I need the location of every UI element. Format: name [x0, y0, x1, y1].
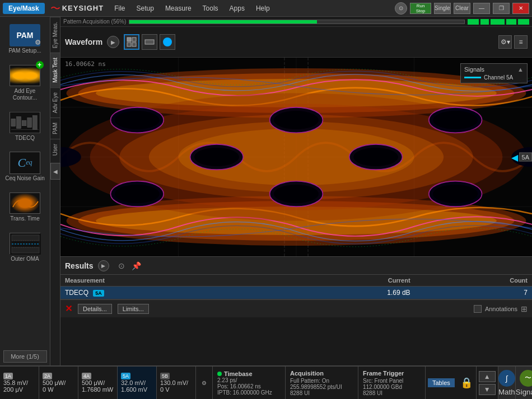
annotations-group: Annotations ⊞ [474, 304, 528, 313]
limits-button[interactable]: Limits... [118, 304, 149, 314]
menu-tools[interactable]: Tools [200, 3, 221, 13]
sidebar-item-trans-time[interactable]: Trans. Time [3, 187, 48, 225]
menu-apps[interactable]: Apps [227, 3, 247, 13]
single-button[interactable]: Single [434, 3, 451, 14]
gear-icon: ⚙ [35, 39, 41, 46]
more-button[interactable]: More (1/5) [3, 350, 47, 363]
ch4a-badge: 4A [82, 373, 91, 379]
acquisition-segment[interactable]: Acquisition Full Pattern: On 255.9899855… [286, 367, 358, 399]
eye-mask-button[interactable]: Eye/Mask [3, 3, 45, 14]
tab-mask-test[interactable]: Mask Test [50, 53, 60, 87]
settings-dropdown-btn[interactable]: ⚙▾ [498, 35, 512, 49]
nav-down-button[interactable]: ▼ [479, 384, 496, 395]
grid-icon[interactable]: ⊞ [521, 304, 528, 313]
trans-time-label: Trans. Time [10, 215, 39, 222]
menu-measure[interactable]: Measure [163, 3, 194, 13]
svg-point-47 [115, 111, 160, 129]
collapse-button[interactable]: ◀ [50, 163, 60, 180]
annotations-checkbox[interactable] [474, 305, 482, 313]
nav-up-button[interactable]: ▲ [479, 371, 496, 382]
math-label: Math [498, 388, 515, 396]
table-row[interactable]: TDECQ 5A 1.69 dB 7 [60, 287, 532, 299]
acq-val1: Full Pattern: On [290, 378, 353, 384]
results-section: Results ⊙ 📌 Measurement Current Count [60, 256, 532, 365]
eye-contour-icon: + [8, 63, 42, 88]
tab-user[interactable]: User [50, 139, 60, 160]
timebase-val3: IPTB: 16.000000 GHz [217, 389, 281, 396]
menu-btn[interactable]: ≡ [514, 35, 528, 49]
acq-marker-4 [506, 19, 516, 25]
ch5a-badge: 5A [121, 373, 130, 379]
signal-row: Channel 5A [464, 74, 524, 81]
tables-button[interactable]: Tables [428, 378, 455, 387]
math-button[interactable]: ∫ Math [498, 367, 516, 399]
svg-point-51 [433, 111, 478, 129]
waveform-toolbar: Waveform [60, 27, 532, 58]
scope-button[interactable]: ⊙ [395, 2, 407, 15]
signals-chevron-icon[interactable]: ▲ [517, 66, 524, 73]
sidebar-item-add-eye-contour[interactable]: + Add EyeContour... [3, 60, 48, 104]
timebase-val2: Pos: 16.00662 ns [217, 383, 281, 389]
timebase-green-dot [217, 372, 222, 376]
close-button[interactable]: ✕ [512, 3, 529, 14]
status-ch5a[interactable]: 5A 32.0 mV/ 1.600 mV [118, 367, 157, 399]
status-ch4a[interactable]: 4A 500 μW/ 1.7680 mW [78, 367, 118, 399]
tab-eye-meas[interactable]: Eye Meas. [50, 17, 60, 53]
svg-point-58 [353, 148, 398, 166]
tb-icon-2[interactable] [142, 34, 157, 50]
lock-container: 🔒 [457, 367, 477, 399]
sidebar-item-outer-oma[interactable]: Outer OMA [3, 228, 48, 265]
sidebar-item-pam-setup[interactable]: PAM ⚙ PAM Setup... [3, 20, 48, 57]
menu-file[interactable]: File [112, 3, 127, 13]
settings-icons: ⚙▾ ≡ [498, 35, 528, 49]
status-ch5b[interactable]: 5B 130.0 mV/ 0 V [157, 367, 196, 399]
settings-gear-icon[interactable]: ⚙ [202, 380, 207, 386]
restore-button[interactable]: ❐ [493, 3, 510, 14]
measurement-name: TDECQ [65, 289, 88, 297]
results-play-button[interactable] [98, 260, 109, 271]
svg-rect-8 [22, 120, 26, 126]
status-ch2a[interactable]: 2A 500 μW/ 0 W [39, 367, 78, 399]
outer-oma-icon [8, 231, 42, 256]
acquisition-seg-values: Full Pattern: On 255.98998552 pts/UI 828… [290, 378, 353, 396]
svg-rect-7 [17, 116, 21, 128]
results-table: Measurement Current Count TDECQ 5A 1.69 … [60, 275, 532, 299]
menu-setup[interactable]: Setup [134, 3, 156, 13]
details-button[interactable]: Details... [78, 304, 112, 314]
tab-pam[interactable]: PAM [50, 118, 60, 139]
color-dot-icon[interactable] [160, 34, 175, 50]
timebase-segment[interactable]: Timebase 2.23 ps/ Pos: 16.00662 ns IPTB:… [213, 367, 286, 399]
frame-trigger-segment[interactable]: Frame Trigger Src: Front Panel 112.00000… [358, 367, 426, 399]
svg-rect-17 [12, 247, 39, 253]
sidebar-item-ceq[interactable]: Ceq Ceq Noise Gain [3, 147, 48, 185]
col-current: Current [274, 275, 415, 287]
main-layout: PAM ⚙ PAM Setup... [0, 17, 532, 365]
results-expand-icon[interactable]: ⊙ [118, 261, 125, 270]
error-icon: ✕ [65, 303, 72, 314]
channel-color-dot [163, 37, 172, 46]
center-content: Pattern Acquisition (56%) Waveform [60, 17, 532, 365]
run-stop-button[interactable]: RunStop [410, 3, 431, 14]
ch5b-settings[interactable]: ⚙ [196, 367, 213, 399]
acquisition-progress [129, 20, 465, 24]
minimize-button[interactable]: — [473, 3, 490, 14]
acquisition-bar: Pattern Acquisition (56%) [60, 17, 532, 27]
menu-help[interactable]: Help [254, 3, 272, 13]
trans-time-icon [8, 190, 42, 215]
signals-button[interactable]: 〜 Signals [516, 367, 532, 399]
clear-button[interactable]: Clear [454, 3, 470, 14]
sidebar-item-tdecq[interactable]: TDECQ [3, 107, 48, 144]
tb-icon-1[interactable] [124, 34, 139, 50]
waveform-play-button[interactable] [107, 36, 119, 48]
signals-title: Signals [464, 66, 484, 73]
ch5b-val2: 0 V [160, 386, 192, 393]
svg-point-2 [26, 73, 37, 79]
tdecq-icon [8, 110, 42, 135]
wave-icon: 〜 [50, 2, 60, 15]
svg-rect-0 [10, 65, 40, 86]
ch5a-val1: 32.0 mV/ [121, 379, 153, 386]
results-pin-icon[interactable]: 📌 [132, 261, 141, 270]
vertical-tab-panel: Eye Meas. Mask Test Adv Eye PAM User ◀ [50, 17, 60, 365]
tab-adv-eye[interactable]: Adv Eye [50, 87, 60, 118]
status-ch1a[interactable]: 1A 35.8 mV/ 200 μV [0, 367, 39, 399]
